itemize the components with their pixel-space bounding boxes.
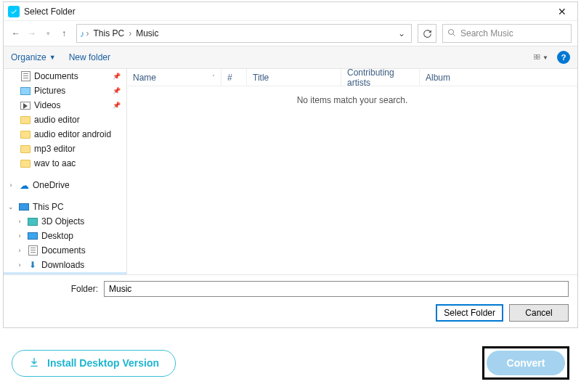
help-button[interactable]: ? (557, 51, 570, 64)
tree-item-label: Documents (41, 245, 86, 256)
folder-icon (20, 143, 31, 155)
tree-item-label: This PC (33, 202, 64, 212)
tree-item[interactable]: › Documents (4, 243, 126, 258)
folder-icon (20, 114, 31, 126)
tree-item[interactable]: Videos 📌 (4, 98, 126, 113)
tree-item[interactable]: › ⬇ Downloads (4, 258, 126, 272)
chevron-right-icon: › (85, 28, 91, 38)
download-icon (28, 356, 40, 370)
chevron-right-icon: › (15, 261, 24, 269)
tree-item-onedrive[interactable]: › ☁ OneDrive (4, 178, 126, 192)
tree-item-label: Downloads (41, 260, 84, 270)
tree-item-label: audio editor (34, 115, 80, 125)
column-artists[interactable]: Contributing artists (341, 69, 420, 86)
back-button[interactable]: ← (9, 27, 23, 40)
tree-item-label: wav to aac (34, 158, 76, 168)
chevron-down-icon: ▼ (49, 54, 56, 61)
tree-item-label: Pictures (34, 86, 65, 96)
svg-rect-2 (537, 54, 540, 57)
onedrive-icon: ☁ (18, 179, 30, 191)
chevron-right-icon: › (15, 247, 24, 254)
column-title[interactable]: Title (247, 69, 341, 86)
folder-input[interactable] (104, 281, 569, 297)
svg-rect-3 (534, 57, 537, 60)
svg-point-0 (449, 29, 454, 34)
docs-icon (20, 70, 31, 82)
column-album[interactable]: Album (420, 69, 577, 86)
sort-indicator: ˄ (212, 74, 215, 81)
search-input[interactable]: Search Music (442, 24, 572, 43)
tree-item-label: Documents (34, 71, 78, 81)
empty-message: No items match your search. (127, 86, 577, 274)
docs-icon (27, 245, 38, 256)
column-name[interactable]: Name ˄ (127, 69, 222, 86)
desktop-icon (27, 230, 38, 242)
app-icon (8, 6, 20, 17)
address-bar[interactable]: ♪ › This PC › Music ⌄ (76, 24, 412, 43)
column-number[interactable]: # (222, 69, 247, 86)
pin-icon: 📌 (113, 87, 123, 94)
tree-item-label: Videos (34, 100, 60, 110)
chevron-right-icon: › (7, 181, 15, 189)
tree-item-label: 3D Objects (41, 216, 84, 226)
tree-item[interactable]: › Desktop (4, 229, 126, 243)
cancel-button[interactable]: Cancel (509, 304, 569, 322)
tree-item-label: mp3 editor (34, 144, 76, 154)
address-dropdown[interactable]: ⌄ (395, 28, 408, 38)
select-folder-dialog: Select Folder ✕ ← → ▾ ↑ ♪ › This PC › Mu… (3, 1, 578, 328)
chevron-right-icon: › (15, 232, 24, 240)
folder-label: Folder: (12, 284, 104, 294)
pc-icon (18, 201, 30, 213)
music-icon: ♪ (27, 274, 38, 274)
folder-icon (20, 158, 31, 169)
organize-menu[interactable]: Organize ▼ (11, 52, 56, 62)
pics-icon (20, 85, 31, 97)
new-folder-button[interactable]: New folder (69, 52, 110, 62)
chevron-right-icon: › (127, 28, 133, 38)
tree-item-label: OneDrive (33, 180, 70, 190)
tree-item-label: Desktop (41, 231, 73, 241)
recent-dropdown[interactable]: ▾ (41, 27, 54, 40)
downloads-icon: ⬇ (27, 259, 38, 271)
chevron-down-icon: ⌄ (7, 203, 15, 211)
convert-highlight: Convert (482, 346, 569, 380)
select-folder-button[interactable]: Select Folder (436, 304, 503, 322)
search-icon (447, 28, 456, 39)
breadcrumb-thispc[interactable]: This PC (91, 28, 128, 38)
refresh-button[interactable] (418, 24, 436, 43)
pin-icon: 📌 (113, 102, 123, 109)
3d-icon (27, 216, 38, 227)
breadcrumb-music[interactable]: Music (133, 28, 161, 38)
vids-icon (20, 99, 31, 111)
install-desktop-label: Install Desktop Version (47, 357, 159, 369)
tree-item[interactable]: audio editor (4, 113, 126, 127)
tree-item[interactable]: › 3D Objects (4, 214, 126, 229)
install-desktop-button[interactable]: Install Desktop Version (12, 350, 176, 377)
tree-item[interactable]: Documents 📌 (4, 69, 126, 83)
search-placeholder: Search Music (460, 28, 513, 38)
up-button[interactable]: ↑ (57, 27, 70, 40)
view-options-button[interactable]: ▼ (534, 52, 548, 63)
forward-button: → (25, 27, 38, 40)
chevron-right-icon: › (15, 218, 24, 225)
folder-icon (20, 128, 31, 140)
tree-item-thispc[interactable]: ⌄ This PC (4, 200, 126, 214)
chevron-down-icon: ▼ (543, 54, 548, 61)
folder-tree[interactable]: Documents 📌 Pictures 📌 Videos 📌 audio ed… (4, 69, 127, 274)
convert-button[interactable]: Convert (487, 351, 565, 375)
pin-icon: 📌 (113, 73, 123, 80)
close-button[interactable]: ✕ (551, 6, 573, 17)
tree-item[interactable]: › ♪ Music (4, 272, 126, 274)
tree-item[interactable]: mp3 editor (4, 142, 126, 156)
svg-rect-4 (537, 57, 540, 60)
svg-rect-1 (534, 54, 537, 57)
dialog-title: Select Folder (24, 7, 551, 17)
tree-item-label: audio editor android (34, 129, 111, 139)
tree-item[interactable]: audio editor android (4, 127, 126, 142)
tree-item[interactable]: Pictures 📌 (4, 83, 126, 98)
tree-item[interactable]: wav to aac (4, 156, 126, 171)
